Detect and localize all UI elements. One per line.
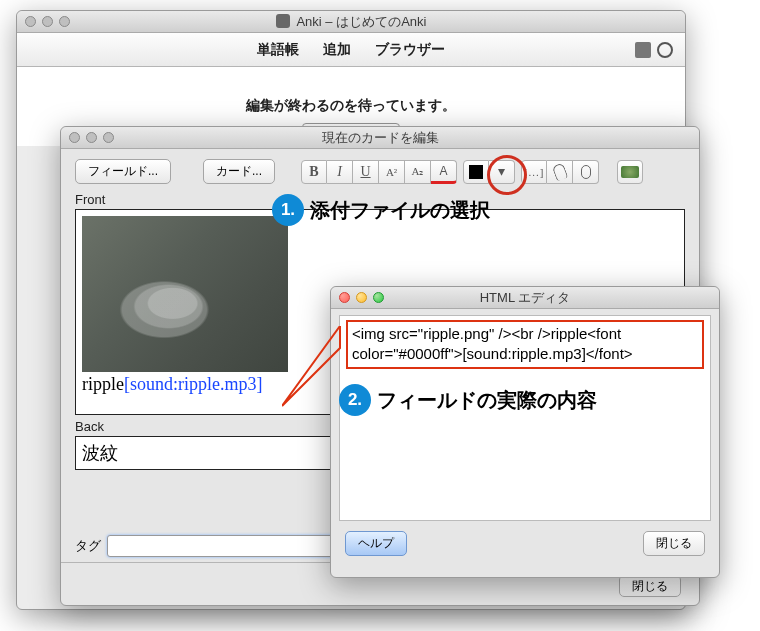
more-options-button[interactable]: [617, 160, 643, 184]
titlebar: Anki – はじめてのAnki: [17, 11, 685, 33]
titlebar: HTML エディタ: [331, 287, 719, 309]
close-button[interactable]: 閉じる: [643, 531, 705, 556]
superscript-button[interactable]: A²: [379, 160, 405, 184]
close-icon[interactable]: [339, 292, 350, 303]
app-icon: [276, 14, 290, 28]
traffic-lights: [339, 292, 384, 303]
window-title: HTML エディタ: [331, 289, 719, 307]
insert-group: [...]: [521, 160, 599, 184]
front-word: ripple: [82, 374, 124, 394]
fields-button[interactable]: フィールド...: [75, 159, 171, 184]
close-icon[interactable]: [69, 132, 80, 143]
color-picker-button[interactable]: ▾: [489, 160, 515, 184]
close-icon[interactable]: [25, 16, 36, 27]
cards-button[interactable]: カード...: [203, 159, 275, 184]
clear-format-button[interactable]: A: [431, 160, 457, 184]
format-group: B I U A² A₂ A: [301, 160, 457, 184]
waiting-text: 編集が終わるのを待っています。: [17, 97, 685, 115]
italic-button[interactable]: I: [327, 160, 353, 184]
menu-browser[interactable]: ブラウザー: [375, 41, 445, 59]
mic-icon: [581, 165, 591, 179]
zoom-icon[interactable]: [103, 132, 114, 143]
stats-icon[interactable]: [635, 42, 651, 58]
minimize-icon[interactable]: [86, 132, 97, 143]
html-bottom-bar: ヘルプ 閉じる: [331, 521, 719, 566]
main-menu: 単語帳 追加 ブラウザー: [257, 41, 445, 59]
window-title: Anki – はじめてのAnki: [17, 13, 685, 31]
attach-file-button[interactable]: [547, 160, 573, 184]
bold-button[interactable]: B: [301, 160, 327, 184]
html-editor-window: HTML エディタ <img src="ripple.png" /><br />…: [330, 286, 720, 578]
color-group: ▾: [463, 160, 515, 184]
paperclip-icon: [551, 162, 568, 181]
tag-label: タグ: [75, 537, 101, 555]
titlebar: 現在のカードを編集: [61, 127, 699, 149]
front-label: Front: [75, 192, 685, 207]
menu-decks[interactable]: 単語帳: [257, 41, 299, 59]
editor-bottom: 閉じる: [619, 578, 681, 595]
front-sound-tag: [sound:ripple.mp3]: [124, 374, 262, 394]
minimize-icon[interactable]: [42, 16, 53, 27]
traffic-lights: [25, 16, 70, 27]
cloze-button[interactable]: [...]: [521, 160, 547, 184]
html-content: <img src="ripple.png" /><br />ripple<fon…: [352, 325, 633, 362]
highlighted-html: <img src="ripple.png" /><br />ripple<fon…: [346, 320, 704, 369]
subscript-button[interactable]: A₂: [405, 160, 431, 184]
text-color-button[interactable]: [463, 160, 489, 184]
minimize-icon[interactable]: [356, 292, 367, 303]
zoom-icon[interactable]: [59, 16, 70, 27]
underline-button[interactable]: U: [353, 160, 379, 184]
zoom-icon[interactable]: [373, 292, 384, 303]
sync-icon[interactable]: [657, 42, 673, 58]
html-textarea[interactable]: <img src="ripple.png" /><br />ripple<fon…: [339, 315, 711, 521]
help-button[interactable]: ヘルプ: [345, 531, 407, 556]
window-title: 現在のカードを編集: [61, 129, 699, 147]
menu-add[interactable]: 追加: [323, 41, 351, 59]
fx-icon: [621, 166, 639, 178]
record-audio-button[interactable]: [573, 160, 599, 184]
window-title-text: Anki – はじめてのAnki: [296, 14, 426, 29]
back-value: 波紋: [82, 443, 118, 463]
front-image: [82, 216, 288, 372]
traffic-lights: [69, 132, 114, 143]
main-toolbar: 単語帳 追加 ブラウザー: [17, 33, 685, 67]
close-button[interactable]: 閉じる: [619, 575, 681, 597]
editor-toolbar: フィールド... カード... B I U A² A₂ A ▾ [...]: [61, 149, 699, 188]
toolbar-right-icons: [635, 42, 673, 58]
